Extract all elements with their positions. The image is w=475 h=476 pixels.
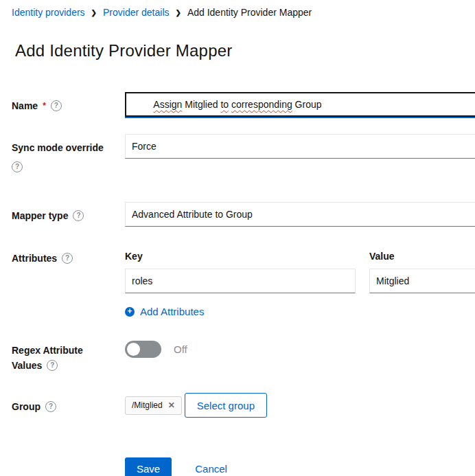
attribute-key-input[interactable]: roles <box>125 269 356 293</box>
breadcrumb: Identity providers ❯ Provider details ❯ … <box>0 0 475 18</box>
mapper-type-row: Mapper type ? Advanced Attribute to Grou… <box>0 202 475 227</box>
mapper-form: Name * ? Assign Mitglied to correspondin… <box>0 92 475 476</box>
name-input[interactable]: Assign Mitglied to corresponding Group <box>125 92 475 117</box>
attributes-value-header: Value <box>369 245 475 269</box>
save-button[interactable]: Save <box>125 457 172 476</box>
cancel-button[interactable]: Cancel <box>195 463 227 475</box>
chevron-right-icon: ❯ <box>176 8 181 16</box>
help-icon[interactable]: ? <box>62 253 73 264</box>
group-chip-label: /Mitglied <box>132 400 163 410</box>
attribute-key-value: roles <box>132 275 152 286</box>
mapper-type-label-cell: Mapper type ? <box>12 202 125 223</box>
help-icon[interactable]: ? <box>12 161 23 172</box>
name-label: Name <box>12 98 38 113</box>
attribute-value-input[interactable]: Mitglied <box>369 269 475 293</box>
help-icon[interactable]: ? <box>51 100 62 111</box>
chip-close-icon[interactable]: ✕ <box>168 400 175 410</box>
breadcrumb-provider-details[interactable]: Provider details <box>103 7 170 18</box>
sync-mode-label: Sync mode override <box>12 142 104 153</box>
sync-mode-value: Force <box>132 141 157 152</box>
regex-values-label-line2: Values <box>12 358 42 373</box>
mapper-type-select[interactable]: Advanced Attribute to Group <box>125 202 475 227</box>
help-icon[interactable]: ? <box>47 360 58 371</box>
required-asterisk: * <box>43 98 46 113</box>
regex-toggle-state: Off <box>174 343 187 355</box>
form-actions: Save Cancel <box>0 457 475 476</box>
page-title: Add Identity Provider Mapper <box>15 41 475 60</box>
attributes-label: Attributes <box>12 251 57 266</box>
name-row: Name * ? Assign Mitglied to correspondin… <box>0 92 475 117</box>
group-label: Group <box>12 399 40 414</box>
attributes-key-header: Key <box>125 245 356 269</box>
mapper-type-label: Mapper type <box>12 208 68 223</box>
sync-mode-row: Sync mode override ? Force <box>0 134 475 173</box>
breadcrumb-identity-providers[interactable]: Identity providers <box>12 7 85 18</box>
help-icon[interactable]: ? <box>73 210 84 221</box>
breadcrumb-current-page: Add Identity Provider Mapper <box>187 7 312 18</box>
group-label-cell: Group ? <box>12 393 125 414</box>
sync-mode-select[interactable]: Force <box>125 134 475 159</box>
regex-values-row: Regex Attribute Values ? Off <box>0 339 475 373</box>
regex-values-label-cell: Regex Attribute Values ? <box>12 339 125 373</box>
attributes-editor: Key Value roles Mitglied + Add Attribute… <box>125 245 475 317</box>
sync-mode-label-cell: Sync mode override ? <box>12 134 125 173</box>
attribute-value-value: Mitglied <box>376 275 409 286</box>
attributes-label-cell: Attributes ? <box>12 245 125 266</box>
chevron-right-icon: ❯ <box>91 8 97 16</box>
toggle-knob <box>127 343 140 356</box>
group-row: Group ? /Mitglied ✕ Select group <box>0 393 475 418</box>
add-attributes-label: Add Attributes <box>140 306 204 317</box>
regex-values-label-line1: Regex Attribute <box>12 345 83 356</box>
mapper-type-value: Advanced Attribute to Group <box>132 209 253 220</box>
plus-circle-icon: + <box>125 307 135 317</box>
group-picker: /Mitglied ✕ Select group <box>125 393 475 418</box>
name-label-cell: Name * ? <box>12 92 125 113</box>
name-input-value: Assign Mitglied to corresponding Group <box>132 88 322 121</box>
attributes-row: Attributes ? Key Value roles Mitglied + … <box>0 245 475 317</box>
select-group-button[interactable]: Select group <box>185 393 267 418</box>
add-attributes-button[interactable]: + Add Attributes <box>125 306 204 317</box>
group-chip: /Mitglied ✕ <box>125 396 182 415</box>
help-icon[interactable]: ? <box>45 401 56 412</box>
regex-toggle-group: Off <box>125 339 475 358</box>
regex-toggle-switch[interactable] <box>125 341 161 358</box>
